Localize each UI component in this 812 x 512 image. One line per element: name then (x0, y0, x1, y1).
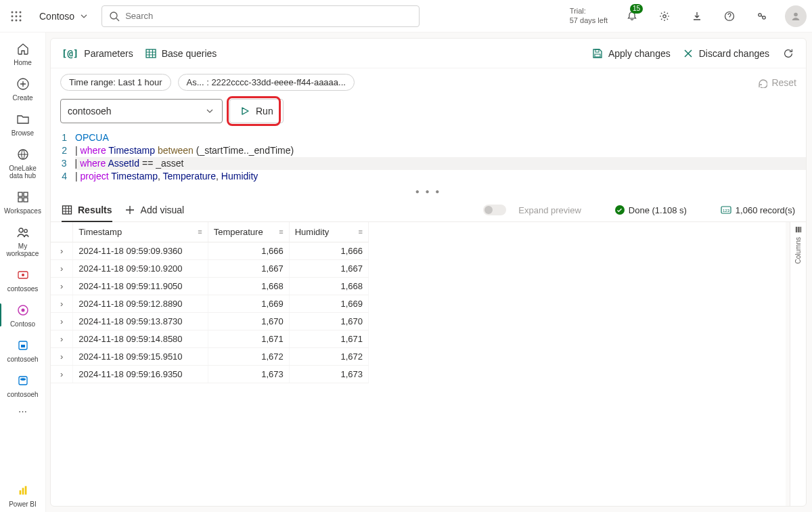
apply-changes-button[interactable]: Apply changes (592, 48, 671, 59)
expand-preview-label: Expand preview (518, 205, 581, 215)
run-button[interactable]: Run (229, 99, 284, 123)
parameters-button[interactable]: [@] Parameters (62, 48, 133, 59)
expand-row-icon[interactable]: › (51, 330, 73, 347)
svg-point-13 (759, 13, 761, 16)
refresh-button[interactable] (782, 47, 795, 60)
nav-item-contosoes[interactable]: contosoes (3, 263, 43, 297)
svg-rect-30 (19, 377, 27, 385)
svg-rect-18 (18, 192, 22, 196)
download-button[interactable] (685, 5, 709, 27)
columns-panel[interactable]: Columns (790, 222, 806, 506)
nav-item-contoso[interactable]: Contoso (3, 298, 43, 332)
folder-icon (15, 111, 31, 127)
feedback-button[interactable] (750, 5, 774, 27)
help-button[interactable] (717, 5, 742, 27)
play-icon (240, 106, 250, 116)
nav-home[interactable]: Home (3, 37, 43, 70)
table-row[interactable]: ›2024-11-18 09:59:15.95101,6721,672 (51, 347, 369, 365)
help-icon (724, 11, 735, 22)
column-menu-icon[interactable]: ≡ (198, 228, 202, 236)
results-grid[interactable]: Timestamp≡Temperature≡Humidity≡ ›2024-11… (51, 222, 786, 506)
svg-point-27 (21, 309, 24, 312)
expand-row-icon[interactable]: › (51, 242, 73, 259)
kql-queryset-icon (15, 302, 31, 318)
refresh-icon (782, 47, 794, 60)
nav-workspaces[interactable]: Workspaces (3, 185, 43, 219)
expand-row-icon[interactable]: › (51, 277, 73, 295)
settings-button[interactable] (652, 5, 677, 27)
parameters-icon: [@] (62, 48, 78, 59)
nav-onelake[interactable]: OneLake data hub (3, 142, 43, 184)
asset-pill[interactable]: As... : 2222cccc-33dd-eeee-ff44-aaaaa... (178, 74, 355, 91)
expand-row-icon[interactable]: › (51, 312, 73, 330)
table-row[interactable]: ›2024-11-18 09:59:13.87301,6701,670 (51, 312, 369, 330)
table-row[interactable]: ›2024-11-18 09:59:14.85801,6711,671 (51, 330, 369, 347)
nav-my-workspace[interactable]: My workspace (3, 220, 43, 261)
table-row[interactable]: ›2024-11-18 09:59:11.90501,6681,668 (51, 277, 369, 295)
grid-icon (62, 205, 72, 215)
query-toolbar: [@] Parameters Base queries Apply change… (51, 39, 806, 68)
expand-row-icon[interactable]: › (51, 365, 73, 383)
people-icon (15, 224, 31, 240)
svg-point-4 (16, 15, 18, 17)
expand-row-icon[interactable]: › (51, 259, 73, 277)
column-header[interactable]: Temperature≡ (208, 222, 289, 242)
expand-preview-toggle[interactable] (483, 205, 506, 215)
datasource-select[interactable]: contosoeh (60, 99, 223, 123)
svg-point-1 (16, 11, 18, 13)
column-header[interactable]: Timestamp≡ (73, 222, 208, 242)
search-input[interactable] (125, 11, 412, 21)
nav-item-contosoeh-1[interactable]: contosoeh (3, 333, 43, 367)
svg-line-10 (116, 18, 119, 21)
undo-icon (757, 77, 767, 88)
onelake-icon (15, 146, 31, 163)
expand-row-icon[interactable]: › (51, 347, 73, 365)
svg-rect-33 (22, 488, 24, 494)
search-icon (109, 11, 120, 22)
expand-row-icon[interactable]: › (51, 295, 73, 312)
nav-browse[interactable]: Browse (3, 107, 43, 141)
tab-results[interactable]: Results (62, 199, 112, 222)
svg-rect-32 (19, 490, 21, 494)
svg-point-23 (24, 230, 27, 233)
table-icon (145, 48, 156, 59)
time-range-pill[interactable]: Time range: Last 1 hour (60, 74, 171, 91)
table-row[interactable]: ›2024-11-18 09:59:09.93601,6661,666 (51, 242, 369, 259)
column-menu-icon[interactable]: ≡ (359, 228, 363, 236)
eventhouse-icon (15, 337, 31, 354)
column-menu-icon[interactable]: ≡ (279, 228, 283, 236)
nav-more[interactable]: ⋯ (18, 404, 27, 419)
global-search[interactable] (102, 5, 420, 27)
nav-item-contosoeh-2[interactable]: contosoeh (3, 368, 43, 402)
table-row[interactable]: ›2024-11-18 09:59:10.92001,6671,667 (51, 259, 369, 277)
columns-icon (795, 226, 802, 233)
discard-changes-button[interactable]: Discard changes (683, 48, 769, 59)
app-launcher-button[interactable] (5, 5, 27, 27)
query-status: Done (1.108 s) (615, 205, 687, 215)
svg-text:123: 123 (723, 209, 730, 213)
svg-rect-34 (24, 486, 26, 495)
org-switcher[interactable]: Contoso (35, 11, 93, 22)
svg-rect-29 (21, 345, 25, 347)
waffle-icon (11, 11, 22, 22)
tab-add-visual[interactable]: Add visual (125, 199, 185, 221)
nav-create[interactable]: Create (3, 72, 43, 106)
reset-button[interactable]: Reset (757, 77, 796, 88)
table-row[interactable]: ›2024-11-18 09:59:12.88901,6691,669 (51, 295, 369, 312)
nav-powerbi[interactable]: Power BI (3, 478, 43, 512)
svg-point-14 (763, 16, 765, 18)
column-header[interactable]: Humidity≡ (289, 222, 368, 242)
kql-editor[interactable]: 1OPCUA2| where Timestamp between (_start… (51, 129, 806, 188)
base-queries-button[interactable]: Base queries (145, 48, 217, 59)
notifications-button[interactable]: 15 (620, 5, 644, 27)
datasource-value: contosoeh (68, 106, 112, 116)
home-icon (15, 41, 31, 57)
account-avatar[interactable] (785, 5, 807, 27)
svg-point-2 (20, 11, 22, 13)
download-icon (692, 11, 702, 22)
record-count: 123 1,060 record(s) (721, 205, 795, 215)
split-handle[interactable]: ● ● ● (51, 188, 806, 195)
svg-point-9 (110, 12, 117, 19)
table-row[interactable]: ›2024-11-18 09:59:16.93501,6731,673 (51, 365, 369, 383)
svg-point-6 (12, 19, 14, 21)
